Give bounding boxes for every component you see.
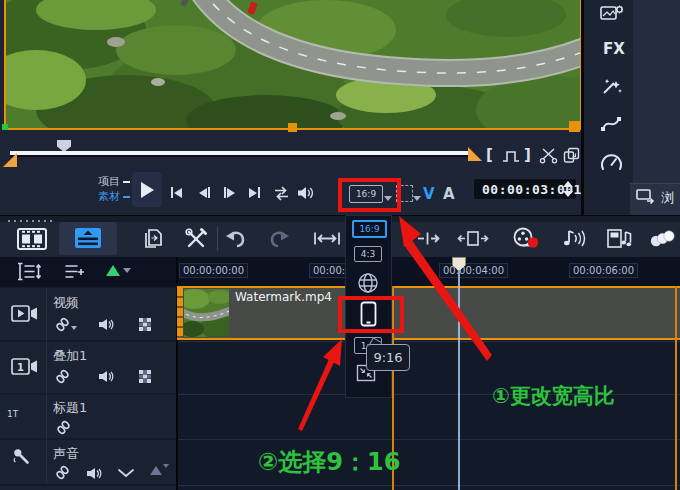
voice-track-link-icon[interactable] xyxy=(56,465,69,480)
toolbar-drag-handle[interactable] xyxy=(8,220,52,222)
selection-tool-caret-icon[interactable] xyxy=(413,196,421,201)
mute-volume-button[interactable] xyxy=(297,186,315,200)
magic-wand-icon[interactable] xyxy=(600,76,624,96)
project-tab-dash xyxy=(123,181,130,183)
go-to-end-button[interactable] xyxy=(249,187,260,198)
motion-path-icon[interactable] xyxy=(600,115,622,133)
clip-filename-label: Watermark.mp4 xyxy=(235,290,332,304)
preview-resize-handle-bottom-left[interactable] xyxy=(2,124,8,130)
add-track-icon[interactable] xyxy=(64,262,85,281)
swap-track-icon[interactable] xyxy=(106,265,120,276)
preview-resize-handle-bottom-right[interactable] xyxy=(569,121,580,132)
timecode-increment-icon[interactable] xyxy=(563,181,573,187)
preview-video-image xyxy=(6,0,580,128)
svg-text:1: 1 xyxy=(17,362,24,373)
menu-item-4-3[interactable]: 4:3 xyxy=(354,246,382,262)
auto-music-button[interactable] xyxy=(607,228,634,249)
timecode-display[interactable]: 00:00:03:001 xyxy=(473,178,577,200)
track-transparency-button[interactable] xyxy=(648,230,677,247)
track-manager-icon[interactable] xyxy=(17,262,42,281)
ripple-edit-button[interactable] xyxy=(417,231,440,246)
speed-gauge-icon[interactable] xyxy=(599,152,624,176)
video-toggle-button[interactable]: V xyxy=(423,185,435,203)
sound-mixer-button[interactable] xyxy=(560,228,587,249)
scrubber-bar[interactable] xyxy=(10,151,470,157)
record-capture-button[interactable] xyxy=(512,227,540,250)
voice-track-mute-icon[interactable] xyxy=(86,467,103,480)
overlay-track-mute-icon[interactable] xyxy=(98,370,115,383)
tooltip-9-16: 9:16 xyxy=(366,344,410,371)
voice-track-level-caret-icon[interactable] xyxy=(163,464,169,468)
swap-track-caret-icon[interactable] xyxy=(123,268,131,273)
overlay-track-label: 叠加1 xyxy=(53,347,87,365)
ruler-tick-2: 00:00:04:00 xyxy=(439,263,508,278)
fx-panel-icon[interactable]: FX xyxy=(603,40,625,58)
ruler-tick-0: 00:00:00:00 xyxy=(179,263,248,278)
clip-left-trim-handle[interactable] xyxy=(177,288,183,338)
browse-label[interactable]: 浏 xyxy=(661,189,674,207)
tooltip-text: 9:16 xyxy=(373,350,402,365)
menu-item-16-9[interactable]: 16:9 xyxy=(352,220,387,238)
video-preview[interactable] xyxy=(4,0,582,130)
clip-mode-label: 素材 xyxy=(98,191,120,202)
preview-resize-handle-bottom-center[interactable] xyxy=(288,123,297,132)
play-button[interactable] xyxy=(132,172,162,207)
annotation-step1: ①更改宽高比 xyxy=(492,382,615,410)
side-panel-icon-strip xyxy=(583,0,633,215)
browse-media-icon[interactable] xyxy=(636,188,656,204)
title-track-link-icon[interactable] xyxy=(57,420,70,435)
voice-track-fade-icon[interactable] xyxy=(118,468,134,478)
toolbar-divider xyxy=(217,227,218,251)
title-track-icon: 1T xyxy=(7,402,18,421)
video-track-mosaic-icon[interactable] xyxy=(139,318,153,331)
range-marker-line-right xyxy=(675,286,677,490)
track-resize-button[interactable] xyxy=(457,230,489,247)
timeline-track-separator xyxy=(178,485,680,486)
video-track-link-caret-icon[interactable] xyxy=(71,326,77,330)
video-track-link-icon[interactable] xyxy=(56,317,69,332)
timeline-track-separator xyxy=(178,341,680,342)
copy-paste-button[interactable] xyxy=(142,227,165,250)
overlay-track-icon: 1 xyxy=(11,358,38,375)
previous-frame-button[interactable] xyxy=(199,187,210,198)
mark-in-icon[interactable]: [ xyxy=(486,148,493,163)
track-row-partial xyxy=(0,486,176,490)
play-icon xyxy=(141,182,154,198)
audio-toggle-button[interactable]: A xyxy=(443,185,455,203)
track-row-title[interactable] xyxy=(0,395,176,438)
go-to-start-button[interactable] xyxy=(171,187,182,198)
track-header-divider xyxy=(46,288,47,484)
fit-project-timeline-button[interactable] xyxy=(313,231,341,246)
voice-track-label: 声音 xyxy=(53,445,79,463)
clip-thumbnail xyxy=(184,289,229,337)
timeline-track-separator xyxy=(178,439,680,440)
video-track-icon xyxy=(11,305,38,322)
media-settings-icon[interactable] xyxy=(600,4,624,22)
title-track-label: 标题1 xyxy=(53,399,87,417)
storyboard-view-button[interactable] xyxy=(17,228,47,250)
undo-button[interactable] xyxy=(225,229,247,248)
clip-mode-tab[interactable]: 素材 xyxy=(98,191,130,202)
next-frame-button[interactable] xyxy=(224,187,235,198)
loop-playback-button[interactable] xyxy=(272,186,291,201)
project-mode-label: 项目 xyxy=(98,176,120,187)
redo-button[interactable] xyxy=(268,229,290,248)
project-mode-tab[interactable]: 项目 xyxy=(98,176,130,187)
video-track-mute-icon[interactable] xyxy=(98,318,115,331)
playhead-line[interactable] xyxy=(458,258,460,490)
panel-divider xyxy=(581,0,584,215)
video-editor-window: [ ] 项目 素材 16:9 V A 00:00:03:001 xyxy=(0,0,680,490)
ruler-tick-3: 00:00:06:00 xyxy=(569,263,638,278)
menu-item-360-globe-icon[interactable] xyxy=(357,272,379,294)
annotation-step2: ②选择9：16 xyxy=(258,446,400,478)
timeline-view-icon xyxy=(74,227,102,249)
voice-track-level-icon[interactable] xyxy=(150,466,162,475)
tools-button[interactable] xyxy=(184,227,208,250)
overlay-track-mosaic-icon[interactable] xyxy=(139,370,153,383)
split-clip-scissors-icon[interactable] xyxy=(539,147,558,164)
trim-icon[interactable] xyxy=(502,149,520,163)
enlarge-preview-icon[interactable] xyxy=(563,147,580,164)
timecode-decrement-icon[interactable] xyxy=(563,191,573,197)
overlay-track-link-icon[interactable] xyxy=(56,369,69,384)
mark-out-icon[interactable]: ] xyxy=(524,148,531,163)
